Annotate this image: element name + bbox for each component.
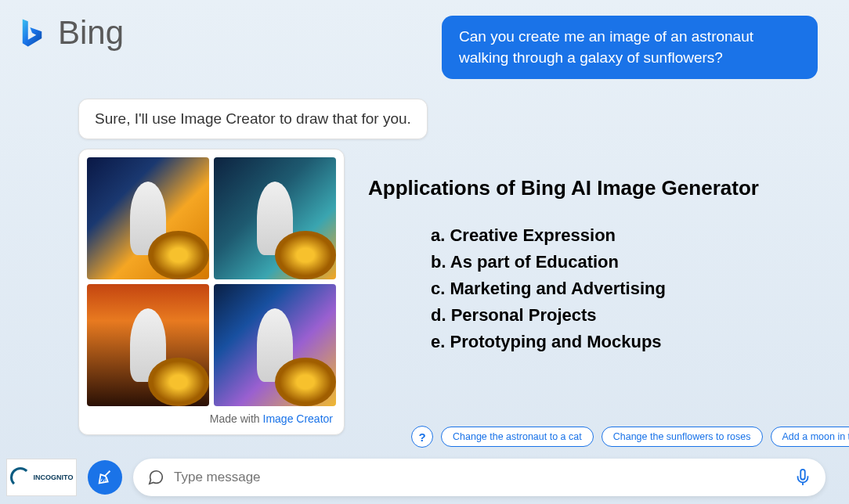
bottom-bar: INCOGNITO	[6, 459, 826, 496]
new-topic-button[interactable]	[88, 460, 122, 495]
image-grid	[87, 157, 336, 406]
suggestion-pill-3[interactable]: Add a moon in the background	[771, 427, 850, 447]
list-item: e. Prototyping and Mockups	[431, 329, 830, 355]
incognito-badge: INCOGNITO	[6, 459, 77, 496]
generated-image-2[interactable]	[214, 157, 336, 279]
message-input[interactable]	[174, 470, 785, 485]
list-item: a. Creative Expression	[431, 222, 830, 249]
list-item: c. Marketing and Advertising	[431, 275, 830, 302]
content-panel: Applications of Bing AI Image Generator …	[368, 176, 830, 355]
help-button[interactable]: ?	[411, 426, 433, 448]
message-input-container[interactable]	[133, 459, 826, 496]
broom-icon	[96, 469, 114, 486]
content-list: a. Creative Expression b. As part of Edu…	[368, 222, 830, 355]
generated-image-1[interactable]	[87, 157, 209, 279]
list-item: b. As part of Education	[431, 249, 830, 275]
suggestion-pill-2[interactable]: Change the sunflowers to roses	[602, 427, 763, 447]
chat-icon	[147, 469, 164, 486]
user-message-bubble: Can you create me an image of an astrona…	[442, 16, 818, 79]
generated-image-3[interactable]	[87, 284, 209, 406]
brand-text: Bing	[58, 14, 124, 52]
image-creator-link[interactable]: Image Creator	[263, 412, 333, 425]
image-results-card: Made with Image Creator	[78, 149, 345, 435]
mic-icon[interactable]	[794, 467, 811, 488]
suggestion-pill-1[interactable]: Change the astronaut to a cat	[441, 427, 594, 447]
bot-message-bubble: Sure, I'll use Image Creator to draw tha…	[78, 99, 428, 139]
generated-image-4[interactable]	[214, 284, 336, 406]
content-title: Applications of Bing AI Image Generator	[368, 176, 830, 200]
bing-logo[interactable]: Bing	[16, 14, 124, 52]
suggestions-row: ? Change the astronaut to a cat Change t…	[411, 426, 849, 448]
list-item: d. Personal Projects	[431, 302, 830, 329]
made-with-label: Made with Image Creator	[87, 406, 336, 427]
bing-icon	[16, 16, 49, 49]
header: Bing Can you create me an image of an as…	[0, 0, 849, 52]
